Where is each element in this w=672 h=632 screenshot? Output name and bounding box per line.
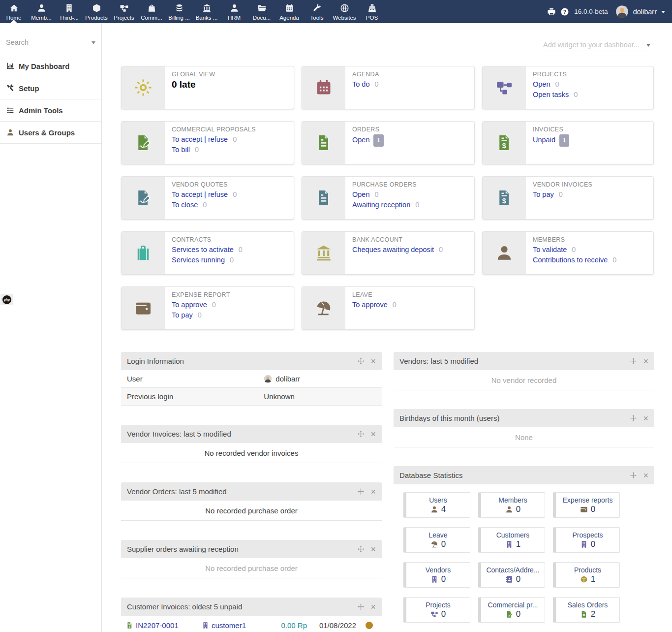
nav-item-projects[interactable]: Projects xyxy=(110,0,138,23)
php-debugbar-toggle[interactable]: php xyxy=(0,294,13,305)
stat-box-leave[interactable]: Leave0 xyxy=(403,527,470,553)
nav-item-home[interactable]: Home xyxy=(0,0,28,23)
file-invoice-dollar-icon: $ xyxy=(126,622,133,629)
card-line: Cheques awaiting deposit0 xyxy=(352,245,443,255)
stat-label: Members xyxy=(498,496,527,504)
close-widget-icon[interactable]: × xyxy=(370,357,376,366)
stat-box-products[interactable]: Products1 xyxy=(553,562,620,588)
nav-item-websites[interactable]: Websites xyxy=(331,0,358,23)
wallet-icon xyxy=(122,287,165,329)
sidebar-menu: My DashboardSetupAdmin ToolsUsers & Grou… xyxy=(0,55,101,144)
card-line-link[interactable]: Services to activate xyxy=(172,246,234,253)
sidebar-item-my-dashboard[interactable]: My Dashboard xyxy=(0,55,101,77)
stat-box-vendors[interactable]: Vendors0 xyxy=(403,562,470,588)
card-line-link[interactable]: To approve xyxy=(352,301,388,309)
card-line-link[interactable]: Open xyxy=(352,190,369,198)
move-widget-icon[interactable] xyxy=(357,430,365,438)
count-value: 0 xyxy=(212,301,216,309)
nav-item-hrm[interactable]: HRM xyxy=(220,0,248,23)
card-line-link[interactable]: To accept | refuse xyxy=(172,190,228,198)
card-line-link[interactable]: Awaiting reception xyxy=(352,201,410,209)
stat-box-sales-orders[interactable]: Sales Orders2 xyxy=(553,597,620,623)
sidebar-item-users-groups[interactable]: Users & Groups xyxy=(0,122,101,144)
card-line-link[interactable]: To accept | refuse xyxy=(172,135,228,143)
search-input[interactable]: Search xyxy=(6,35,95,49)
stat-box-contacts-addre[interactable]: Contacts/Addre...0 xyxy=(478,562,545,588)
close-widget-icon[interactable]: × xyxy=(370,602,376,611)
help-icon[interactable]: ? xyxy=(560,7,569,16)
card-line-link[interactable]: To approve xyxy=(172,301,207,309)
nav-item-third[interactable]: Third-... xyxy=(55,0,83,23)
invoice-ref-link[interactable]: IN2207-0001 xyxy=(136,621,179,630)
card-line-link[interactable]: Open xyxy=(352,136,369,144)
card-line-link[interactable]: To pay xyxy=(533,190,554,198)
wallet-icon xyxy=(580,506,588,513)
card-commercial-proposals: COMMERCIAL PROPOSALSTo accept | refuse0T… xyxy=(121,121,294,164)
card-line-link[interactable]: To pay xyxy=(172,311,193,319)
card-line: Open0 xyxy=(352,190,419,200)
nav-item-memb[interactable]: Memb... xyxy=(28,0,55,23)
widget-vendors-last-5-modified: Vendors: last 5 modified×No vendor recor… xyxy=(394,352,654,390)
card-line-link[interactable]: To close xyxy=(172,201,198,209)
card-line-link[interactable]: Open tasks xyxy=(533,91,569,98)
card-body: COMMERCIAL PROPOSALSTo accept | refuse0T… xyxy=(165,122,263,164)
card-invoices: $INVOICESUnpaid1 xyxy=(482,121,654,164)
nav-item-billing[interactable]: Billing ... xyxy=(165,0,193,23)
card-line-link[interactable]: Unpaid xyxy=(533,136,555,144)
move-widget-icon[interactable] xyxy=(630,414,637,422)
print-icon[interactable] xyxy=(547,7,556,16)
add-widget-select[interactable]: Add widget to your dashboar... xyxy=(543,38,650,51)
customer-link[interactable]: customer1 xyxy=(212,621,246,630)
card-body: CONTRACTSServices to activate0Services r… xyxy=(165,232,249,274)
move-widget-icon[interactable] xyxy=(630,357,637,365)
tools-icon xyxy=(6,84,14,92)
chevron-down-icon[interactable] xyxy=(661,11,665,15)
card-line-link[interactable]: Services running xyxy=(172,256,225,264)
card-line-link[interactable]: Open xyxy=(533,80,550,88)
invoice-date: 01/08/2022 xyxy=(307,621,356,630)
card-line-link[interactable]: Contributions to receive xyxy=(533,256,608,264)
card-line-link[interactable]: Cheques awaiting deposit xyxy=(352,246,434,253)
move-widget-icon[interactable] xyxy=(630,472,637,479)
stat-box-expense-reports[interactable]: Expense reports0 xyxy=(553,492,620,518)
nav-item-label: Agenda xyxy=(279,15,299,21)
move-widget-icon[interactable] xyxy=(357,488,365,495)
close-widget-icon[interactable]: × xyxy=(370,487,376,496)
nav-item-docu[interactable]: Docu... xyxy=(248,0,275,23)
nav-item-banks[interactable]: Banks ... xyxy=(193,0,220,23)
card-line-link[interactable]: To do xyxy=(352,80,369,88)
stat-box-prospects[interactable]: Prospects0 xyxy=(553,527,620,553)
card-line: To close0 xyxy=(172,200,237,210)
stat-box-members[interactable]: Members0 xyxy=(478,492,545,518)
user-avatar[interactable] xyxy=(615,5,629,18)
stat-box-projects[interactable]: Projects0 xyxy=(403,597,470,623)
user-menu[interactable]: dolibarr xyxy=(633,8,657,16)
move-widget-icon[interactable] xyxy=(357,357,365,365)
card-line-link[interactable]: To bill xyxy=(172,146,190,154)
nav-item-comm[interactable]: Comm... xyxy=(138,0,165,23)
stat-label: Expense reports xyxy=(563,496,613,504)
card-line-link[interactable]: To validate xyxy=(533,246,567,253)
stat-box-commercial-pr[interactable]: Commercial pr...0 xyxy=(478,597,545,623)
stat-box-customers[interactable]: Customers1 xyxy=(478,527,545,553)
close-widget-icon[interactable]: × xyxy=(643,357,648,366)
nav-item-products[interactable]: Products xyxy=(83,0,110,23)
nav-item-agenda[interactable]: Agenda xyxy=(275,0,303,23)
card-title: CONTRACTS xyxy=(172,236,243,243)
close-widget-icon[interactable]: × xyxy=(370,430,376,439)
widget-actions: × xyxy=(357,357,376,366)
building-icon xyxy=(505,540,513,548)
nav-item-label: Docu... xyxy=(253,15,271,21)
nav-item-pos[interactable]: POS xyxy=(358,0,386,23)
move-widget-icon[interactable] xyxy=(357,545,365,553)
nav-item-tools[interactable]: Tools xyxy=(303,0,331,23)
close-widget-icon[interactable]: × xyxy=(643,414,648,423)
stat-box-users[interactable]: Users4 xyxy=(403,492,470,518)
close-widget-icon[interactable]: × xyxy=(643,471,648,480)
sidebar-item-setup[interactable]: Setup xyxy=(0,77,101,99)
stat-value: 0 xyxy=(441,609,446,619)
close-widget-icon[interactable]: × xyxy=(370,545,376,554)
sidebar-item-admin-tools[interactable]: Admin Tools xyxy=(0,99,101,122)
move-widget-icon[interactable] xyxy=(357,603,365,610)
nav-item-label: Websites xyxy=(333,15,356,21)
